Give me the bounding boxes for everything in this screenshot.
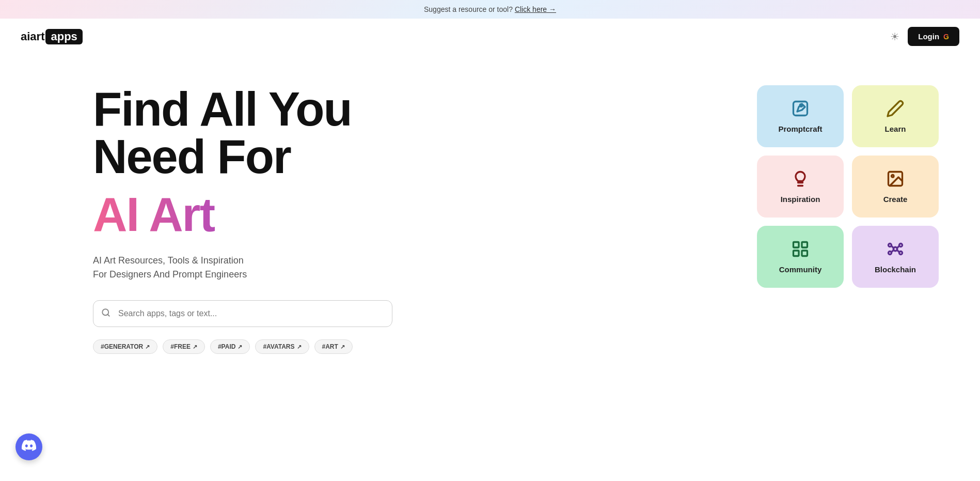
community-label: Community [779,265,822,274]
discord-icon [22,438,36,456]
blockchain-label: Blockchain [875,265,916,274]
hero-description: AI Art Resources, Tools & Inspiration Fo… [93,254,392,282]
category-card-learn[interactable]: Learn [852,85,939,147]
tag-btn-free[interactable]: #FREE ↗ [163,339,205,354]
top-banner: Suggest a resource or tool? Click here → [0,0,980,19]
create-label: Create [883,195,908,204]
google-icon: G [943,33,949,41]
svg-line-1 [107,314,109,316]
hero-title: Find All You Need For [93,85,392,180]
inspiration-icon [791,169,810,191]
promptcraft-label: Promptcraft [778,125,822,133]
header: aiart apps ☀ Login G [0,19,980,54]
category-card-blockchain[interactable]: Blockchain [852,226,939,288]
hero-title-line1: Find All You [93,83,352,135]
blockchain-icon [886,240,905,261]
trend-icon: ↗ [297,344,302,350]
svg-rect-7 [802,242,808,248]
login-label: Login [918,32,939,41]
tag-btn-avatars[interactable]: #AVATARS ↗ [255,339,309,354]
category-card-inspiration[interactable]: Inspiration [757,156,844,218]
community-icon [791,240,810,261]
hero-desc-line2: For Designers And Prompt Engineers [93,269,247,280]
category-grid: Promptcraft Learn Inspiration Create Com… [757,75,939,288]
sun-icon: ☀ [890,30,899,43]
learn-icon [886,99,905,120]
svg-rect-8 [794,251,799,256]
svg-rect-9 [802,251,808,256]
hero-title-line2: Need For [93,130,291,183]
tag-btn-generator[interactable]: #GENERATOR ↗ [93,339,157,354]
hero-desc-line1: AI Art Resources, Tools & Inspiration [93,255,244,266]
logo[interactable]: aiart apps [21,29,83,44]
learn-label: Learn [885,125,906,133]
logo-apps: apps [45,29,82,44]
header-right: ☀ Login G [890,27,959,46]
svg-line-18 [897,250,899,253]
svg-rect-6 [794,242,799,248]
inspiration-label: Inspiration [781,195,820,204]
search-icon [101,308,110,319]
theme-toggle-button[interactable]: ☀ [890,30,899,43]
svg-line-17 [892,250,894,253]
trend-icon: ↗ [340,344,345,350]
svg-point-5 [892,175,894,178]
promptcraft-icon [791,99,810,120]
tag-btn-paid[interactable]: #PAID ↗ [210,339,250,354]
tag-label: #ART [322,343,338,350]
hero-left: Find All You Need For AI Art AI Art Reso… [93,75,392,354]
svg-point-3 [800,104,802,107]
google-g-letter: G [943,33,949,41]
category-card-create[interactable]: Create [852,156,939,218]
trend-icon: ↗ [193,344,197,350]
tag-btn-art[interactable]: #ART ↗ [314,339,353,354]
discord-button[interactable] [15,433,42,460]
category-card-promptcraft[interactable]: Promptcraft [757,85,844,147]
svg-line-15 [892,246,894,249]
svg-line-16 [897,246,899,249]
search-container [93,300,392,327]
search-input[interactable] [93,300,392,327]
banner-text: Suggest a resource or tool? [424,5,513,13]
tags-row: #GENERATOR ↗#FREE ↗#PAID ↗#AVATARS ↗#ART… [93,339,392,354]
tag-label: #AVATARS [263,343,294,350]
tag-label: #PAID [218,343,235,350]
banner-link[interactable]: Click here → [515,5,556,13]
tag-label: #GENERATOR [101,343,143,350]
ai-art-gradient-text: AI Art [93,191,392,238]
login-button[interactable]: Login G [908,27,959,46]
category-card-community[interactable]: Community [757,226,844,288]
logo-text: aiart [21,30,44,43]
create-icon [886,169,905,191]
trend-icon: ↗ [238,344,242,350]
tag-label: #FREE [170,343,191,350]
main-content: Find All You Need For AI Art AI Art Reso… [0,54,980,375]
trend-icon: ↗ [145,344,150,350]
